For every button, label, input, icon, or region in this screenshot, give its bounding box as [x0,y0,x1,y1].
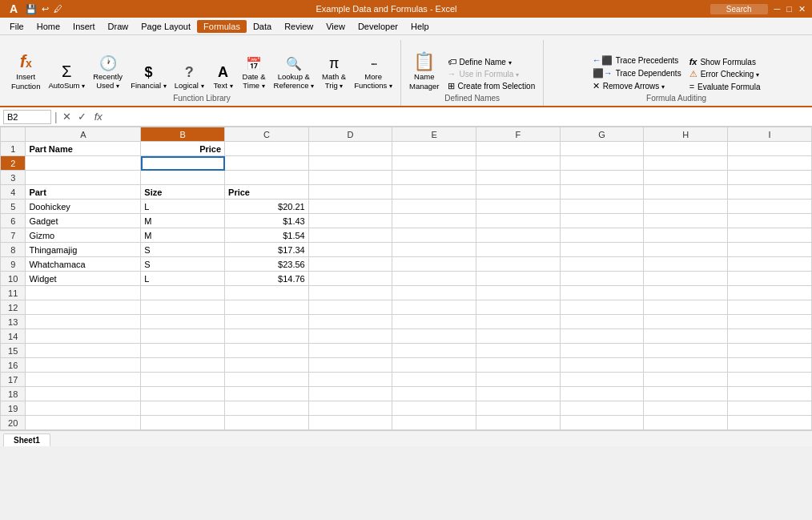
cell-F20[interactable] [476,416,561,430]
cell-A16[interactable] [26,358,141,373]
menu-page-layout[interactable]: Page Layout [135,20,197,33]
row-header-14[interactable]: 14 [1,329,26,344]
cell-H16[interactable] [644,358,728,373]
cell-H8[interactable] [644,243,728,257]
cell-A11[interactable] [26,286,141,300]
cell-I9[interactable] [728,257,812,272]
col-header-I[interactable]: I [728,127,812,142]
row-header-7[interactable]: 7 [1,228,26,243]
row-header-2[interactable]: 2 [1,156,26,171]
cell-C20[interactable] [225,416,309,430]
row-header-15[interactable]: 15 [1,344,26,358]
cell-F7[interactable] [476,228,561,243]
cell-F2[interactable] [476,156,561,171]
cell-H19[interactable] [644,401,728,416]
define-name-button[interactable]: 🏷 Define Name ▾ [444,56,539,67]
cell-C17[interactable] [225,373,309,387]
cell-B1[interactable]: Price [141,142,225,156]
cell-D11[interactable] [308,286,392,300]
row-header-9[interactable]: 9 [1,257,26,272]
cell-B8[interactable]: S [141,243,225,257]
cell-E1[interactable] [392,142,476,156]
cell-G13[interactable] [560,315,644,329]
insert-function-button[interactable]: fx InsertFunction [8,51,43,92]
cell-G2[interactable] [560,156,644,171]
cell-E15[interactable] [392,344,476,358]
row-header-19[interactable]: 19 [1,401,26,416]
cell-F18[interactable] [476,387,561,401]
cell-F1[interactable] [476,142,561,156]
cell-F17[interactable] [476,373,561,387]
cell-D15[interactable] [308,344,392,358]
cell-D5[interactable] [308,200,392,214]
cell-I8[interactable] [728,243,812,257]
cell-D10[interactable] [308,272,392,286]
cell-D6[interactable] [308,214,392,228]
financial-button[interactable]: $ Financial ▾ [127,63,170,92]
cell-C4[interactable]: Price [225,185,309,200]
recently-used-button[interactable]: 🕐 RecentlyUsed ▾ [90,54,126,92]
cell-F13[interactable] [476,315,561,329]
cell-F6[interactable] [476,214,561,228]
cell-A18[interactable] [26,387,141,401]
cell-D7[interactable] [308,228,392,243]
cell-F19[interactable] [476,401,561,416]
cell-H14[interactable] [644,329,728,344]
cell-F9[interactable] [476,257,561,272]
cell-E12[interactable] [392,300,476,315]
cell-B11[interactable] [141,286,225,300]
close-btn[interactable]: ✕ [798,4,806,14]
cell-C19[interactable] [225,401,309,416]
row-header-3[interactable]: 3 [1,171,26,185]
cell-E8[interactable] [392,243,476,257]
search-box[interactable]: Search [710,4,768,14]
col-header-B[interactable]: B [141,127,225,142]
cell-G6[interactable] [560,214,644,228]
cell-D16[interactable] [308,358,392,373]
row-header-18[interactable]: 18 [1,387,26,401]
cell-C7[interactable]: $1.54 [225,228,309,243]
cell-A4[interactable]: Part [26,185,141,200]
cell-E10[interactable] [392,272,476,286]
menu-draw[interactable]: Draw [102,20,135,33]
cell-D14[interactable] [308,329,392,344]
cell-H2[interactable] [644,156,728,171]
cell-B16[interactable] [141,358,225,373]
cell-B19[interactable] [141,401,225,416]
cell-F14[interactable] [476,329,561,344]
row-header-16[interactable]: 16 [1,358,26,373]
cell-I18[interactable] [728,387,812,401]
cell-D4[interactable] [308,185,392,200]
cell-I3[interactable] [728,171,812,185]
date-time-button[interactable]: 📅 Date &Time ▾ [239,56,269,92]
cell-I17[interactable] [728,373,812,387]
cell-A1[interactable]: Part Name [26,142,141,156]
cell-G5[interactable] [560,200,644,214]
cell-F11[interactable] [476,286,561,300]
cell-A20[interactable] [26,416,141,430]
cell-F16[interactable] [476,358,561,373]
cell-E11[interactable] [392,286,476,300]
cell-A9[interactable]: Whatchamaca [26,257,141,272]
row-header-12[interactable]: 12 [1,300,26,315]
cell-G10[interactable] [560,272,644,286]
cell-C13[interactable] [225,315,309,329]
cell-C15[interactable] [225,344,309,358]
cell-G16[interactable] [560,358,644,373]
col-header-A[interactable]: A [26,127,141,142]
menu-home[interactable]: Home [30,20,66,33]
menu-file[interactable]: File [3,20,30,33]
row-header-10[interactable]: 10 [1,272,26,286]
cell-H17[interactable] [644,373,728,387]
cell-A2[interactable] [26,156,141,171]
cell-B12[interactable] [141,300,225,315]
cell-B10[interactable]: L [141,272,225,286]
quick-access-other[interactable]: 🖊 [54,4,62,14]
cell-E18[interactable] [392,387,476,401]
cell-H11[interactable] [644,286,728,300]
cell-H1[interactable] [644,142,728,156]
use-in-formula-button[interactable]: → Use in Formula ▾ [444,68,539,79]
cell-I10[interactable] [728,272,812,286]
row-header-11[interactable]: 11 [1,286,26,300]
math-trig-button[interactable]: π Math &Trig ▾ [319,54,349,92]
